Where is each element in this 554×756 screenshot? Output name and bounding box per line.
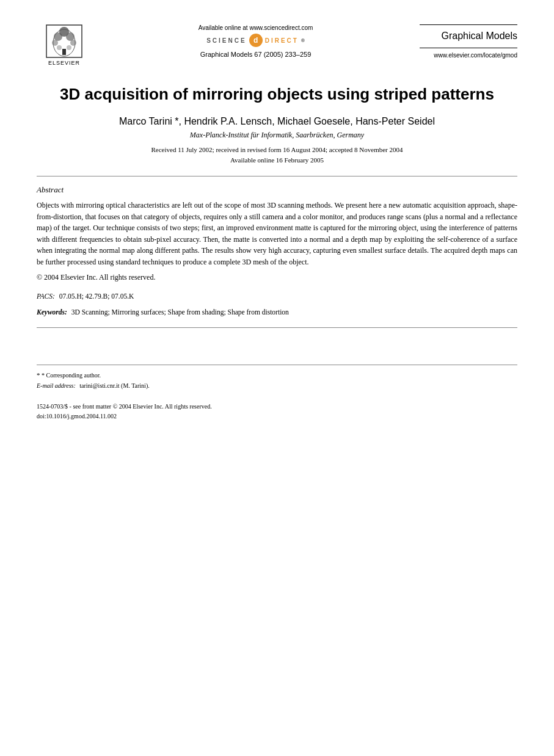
abstract-copyright: © 2004 Elsevier Inc. All rights reserved… — [37, 272, 517, 283]
science-text: SCIENCE — [206, 37, 246, 44]
page: ELSEVIER Available online at www.science… — [0, 0, 554, 756]
available-online-text: Available online at www.sciencedirect.co… — [104, 24, 407, 31]
abstract-section: Abstract Objects with mirroring optical … — [37, 185, 517, 283]
svg-point-6 — [70, 40, 76, 46]
copyright-line: 1524-0703/$ - see front matter © 2004 El… — [37, 402, 517, 421]
sciencedirect-logo: SCIENCE d DIRECT ® — [104, 34, 407, 47]
keywords-values: 3D Scanning; Mirroring surfaces; Shape f… — [71, 308, 289, 316]
issn-text: 1524-0703/$ - see front matter © 2004 El… — [37, 402, 517, 412]
footer-section: * * Corresponding author. E-mail address… — [37, 365, 517, 421]
title-divider — [37, 176, 517, 176]
sd-circle-icon: d — [249, 34, 263, 47]
keywords-section: Keywords: 3D Scanning; Mirroring surface… — [37, 306, 517, 318]
abstract-bottom-divider — [37, 327, 517, 328]
svg-point-5 — [52, 40, 58, 46]
elsevier-label: ELSEVIER — [48, 60, 80, 66]
svg-rect-0 — [62, 49, 66, 55]
svg-point-7 — [57, 45, 62, 50]
corresponding-author-text: * Corresponding author. — [42, 372, 101, 379]
email-value[interactable]: tarini@isti.cnr.it — [79, 382, 119, 389]
bottom-divider — [420, 48, 517, 48]
email-suffix: (M. Tarini). — [121, 382, 150, 389]
footnote-star: * — [37, 371, 40, 379]
email-label: E-mail address: tarini@isti.cnr.it (M. T… — [37, 382, 150, 389]
doi-text: doi:10.1016/j.gmod.2004.11.002 — [37, 412, 517, 421]
authors: Marco Tarini *, Hendrik P.A. Lensch, Mic… — [37, 116, 517, 127]
available-date: Available online 16 February 2005 — [37, 155, 517, 166]
journal-name-right: Graphical Models — [420, 27, 517, 45]
elsevier-logo: ELSEVIER — [37, 24, 92, 66]
svg-point-4 — [66, 32, 75, 41]
footnote: * * Corresponding author. E-mail address… — [37, 370, 517, 391]
abstract-label: Abstract — [37, 185, 517, 195]
top-divider — [420, 24, 517, 25]
affiliation: Max-Planck-Institut für Informatik, Saar… — [37, 131, 517, 140]
journal-info-center: Graphical Models 67 (2005) 233–259 — [104, 51, 407, 58]
header: ELSEVIER Available online at www.science… — [37, 24, 517, 66]
header-right: Graphical Models www.elsevier.com/locate… — [420, 24, 517, 59]
svg-point-8 — [67, 45, 71, 50]
pacs-label: PACS: — [37, 293, 55, 300]
direct-text: DIRECT — [265, 37, 299, 44]
received-date: Received 11 July 2002; received in revis… — [37, 145, 517, 156]
journal-website-link[interactable]: www.elsevier.com/locate/gmod — [420, 52, 517, 59]
header-center: Available online at www.sciencedirect.co… — [92, 24, 420, 58]
pacs-section: PACS: 07.05.H; 42.79.B; 07.05.K — [37, 290, 517, 302]
abstract-text: Objects with mirroring optical character… — [37, 200, 517, 268]
title-section: 3D acquisition of mirroring objects usin… — [37, 84, 517, 166]
keywords-label: Keywords: — [37, 308, 67, 316]
elsevier-tree-icon — [46, 24, 82, 58]
paper-title: 3D acquisition of mirroring objects usin… — [37, 84, 517, 105]
pacs-values: 07.05.H; 42.79.B; 07.05.K — [59, 293, 134, 300]
